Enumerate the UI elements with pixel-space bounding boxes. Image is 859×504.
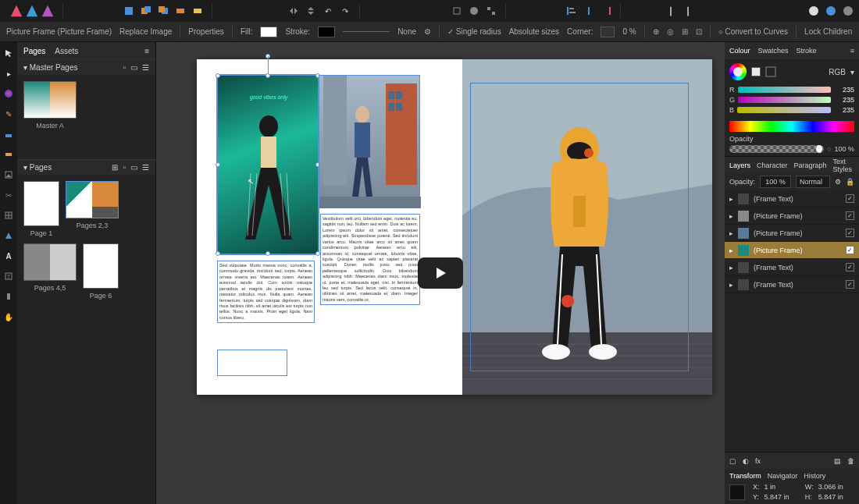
colour-mode[interactable]: RGB — [829, 68, 846, 76]
panel-menu-icon[interactable]: ≡ — [144, 47, 149, 55]
y-input[interactable]: 5.847 in — [765, 493, 800, 501]
rotate-l-icon[interactable]: ↶ — [322, 5, 334, 17]
pages-opt4-icon[interactable]: ☰ — [142, 163, 149, 172]
canvas[interactable]: good vibes only ↖ — [156, 42, 725, 504]
move-front-icon[interactable] — [157, 5, 169, 17]
colour-menu-icon[interactable]: ≡ — [850, 47, 854, 55]
flip-v-icon[interactable] — [305, 5, 317, 17]
pages-opt2-icon[interactable]: ▫ — [123, 163, 126, 172]
insert-before-icon[interactable]: ┃ — [665, 5, 677, 17]
h-input[interactable]: 5.847 in — [818, 493, 854, 501]
fill-swatch[interactable] — [260, 27, 277, 37]
pages-header[interactable]: ▾ Pages ⊞▫▭☰ — [17, 159, 155, 175]
adjustment-icon[interactable]: ◐ — [743, 457, 749, 465]
master-a-thumb[interactable]: Master A — [23, 81, 77, 130]
add-layer-icon[interactable]: ▤ — [834, 457, 841, 465]
spectrum[interactable] — [729, 121, 854, 132]
tab-character[interactable]: Character — [757, 161, 788, 169]
properties-button[interactable]: Properties — [188, 27, 224, 36]
single-radius-check[interactable]: ✓ Single radius — [447, 27, 501, 36]
blend-mode-select[interactable]: Normal — [796, 176, 830, 188]
g-slider[interactable] — [738, 97, 831, 103]
page-2-3-thumb[interactable]: Pages 2,3 — [66, 181, 119, 237]
stroke-well[interactable] — [765, 66, 776, 77]
layer-row[interactable]: ▸(Picture Frame)✓ — [725, 208, 859, 225]
tab-swatches[interactable]: Swatches — [758, 47, 789, 55]
align-r-icon[interactable] — [600, 5, 612, 17]
tab-text-styles[interactable]: Text Styles — [833, 158, 854, 173]
convert-curves-button[interactable]: ⟐ Convert to Curves — [718, 27, 788, 36]
b-slider[interactable] — [737, 107, 831, 113]
delete-layer-icon[interactable]: 🗑 — [847, 457, 854, 465]
shape-tool-icon[interactable] — [2, 229, 15, 242]
corner-type[interactable] — [601, 27, 615, 37]
corner-value[interactable]: 0 % — [622, 27, 636, 36]
empty-frame[interactable] — [217, 350, 287, 376]
align-l-icon[interactable] — [565, 5, 578, 17]
align-icon-4[interactable]: ⊡ — [696, 27, 702, 36]
colour-well[interactable] — [729, 63, 747, 80]
arrange-icon[interactable] — [174, 5, 187, 17]
shape-icon[interactable] — [123, 5, 135, 17]
tab-pages[interactable]: Pages — [23, 47, 45, 55]
colour-dropdown-icon[interactable]: ▾ — [850, 68, 854, 76]
arrange-icon-2[interactable] — [191, 5, 204, 17]
replace-image-button[interactable]: Replace Image — [119, 27, 172, 36]
picture-frame-tool-icon[interactable] — [2, 169, 15, 181]
frame-text-1[interactable]: Sed vulputate. Morbi massa nunc, convall… — [217, 261, 315, 323]
master-pages-header[interactable]: ▾ Master Pages ▫▭☰ — [17, 59, 155, 75]
text-tool-icon[interactable]: A — [2, 250, 15, 262]
rotate-r-icon[interactable]: ↷ — [339, 5, 351, 17]
master-menu-icon[interactable]: ☰ — [142, 63, 149, 72]
node-tool-icon[interactable]: ▸ — [2, 67, 15, 80]
layer-lock-icon[interactable]: 🔒 — [846, 178, 854, 186]
layer-row[interactable]: ▸(Frame Text)✓ — [725, 190, 859, 208]
fill-tool-icon[interactable] — [2, 128, 15, 140]
pages-opt1-icon[interactable]: ⊞ — [112, 163, 118, 172]
help-icon[interactable] — [842, 5, 854, 17]
frame-text-2[interactable]: Vestibulum velit orci, bibendum eget, mo… — [320, 214, 420, 305]
tab-layers[interactable]: Layers — [729, 161, 750, 169]
play-button[interactable] — [418, 257, 463, 289]
absolute-sizes-check[interactable]: Absolute sizes — [509, 27, 559, 36]
crop-tool-icon[interactable]: ✂ — [2, 189, 15, 201]
pages-opt3-icon[interactable]: ▭ — [130, 163, 137, 172]
insert-after-icon[interactable]: ┃ — [682, 5, 694, 17]
layer-gear-icon[interactable]: ⚙ — [835, 178, 841, 186]
master-single-icon[interactable]: ▫ — [123, 63, 126, 72]
stroke-width-slider[interactable] — [343, 31, 390, 32]
table-tool-icon[interactable] — [2, 209, 15, 222]
tab-paragraph[interactable]: Paragraph — [794, 161, 827, 169]
align-icon-3[interactable]: ⊞ — [682, 27, 688, 36]
tab-history[interactable]: History — [804, 472, 825, 480]
text-frame-tool-icon[interactable]: T — [2, 270, 15, 282]
tab-stroke[interactable]: Stroke — [797, 47, 817, 55]
gear-icon[interactable]: ⚙ — [424, 27, 431, 36]
brush-tool-icon[interactable]: ✎ — [2, 108, 15, 120]
layer-row[interactable]: ▸(Picture Frame)✓ — [725, 225, 859, 242]
account-icon[interactable] — [807, 5, 820, 17]
group-icon[interactable] — [485, 5, 497, 17]
move-tool-icon[interactable] — [2, 47, 15, 59]
w-input[interactable]: 3.066 in — [818, 483, 854, 491]
pen-tool-icon[interactable] — [2, 290, 15, 303]
align-icon-2[interactable]: ◎ — [667, 27, 674, 36]
tab-assets[interactable]: Assets — [55, 47, 78, 55]
align-icon-1[interactable]: ⊕ — [653, 27, 659, 36]
mask-icon[interactable]: ▢ — [729, 457, 736, 465]
align-c-icon[interactable] — [583, 5, 595, 17]
stroke-swatch[interactable] — [318, 27, 335, 37]
color-tool-icon[interactable] — [2, 87, 15, 100]
layer-opacity-input[interactable]: 100 % — [760, 176, 791, 188]
fill-well[interactable] — [751, 67, 761, 76]
picture-frame-2[interactable] — [319, 75, 420, 208]
layer-row-selected[interactable]: ▸(Picture Frame)✓ — [725, 242, 859, 259]
opacity-value[interactable]: 100 % — [834, 145, 854, 153]
picture-frame-1[interactable]: good vibes only ↖ — [217, 75, 319, 254]
gradient-tool-icon[interactable] — [2, 148, 15, 161]
lock-children-check[interactable]: Lock Children — [804, 27, 852, 36]
opacity-slider[interactable] — [729, 145, 824, 153]
x-input[interactable]: 1 in — [765, 483, 800, 491]
sync-icon[interactable] — [825, 5, 837, 17]
tab-transform[interactable]: Transform — [729, 472, 761, 480]
